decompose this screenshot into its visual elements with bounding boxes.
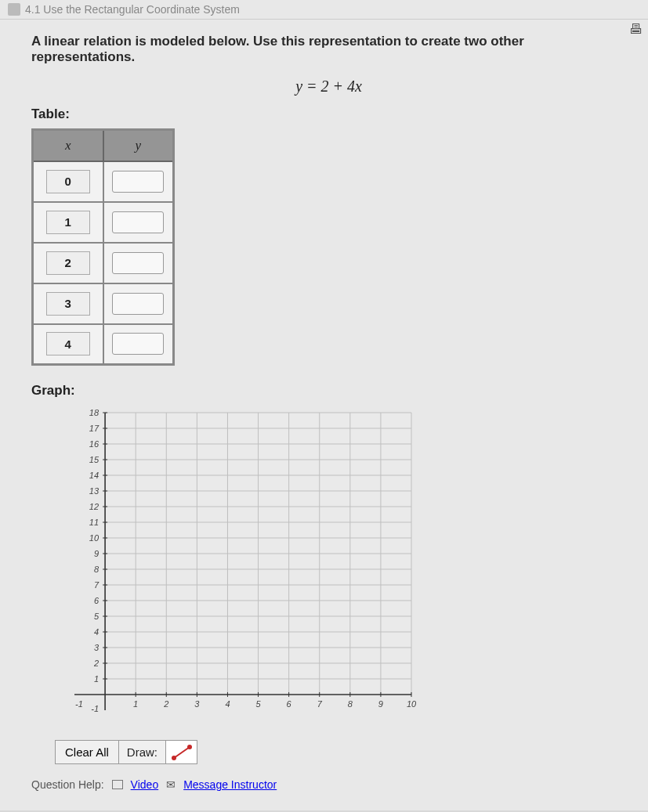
svg-text:4: 4 — [225, 699, 230, 709]
svg-text:-1: -1 — [75, 699, 83, 709]
video-icon — [112, 780, 123, 789]
line-tool-icon — [171, 744, 193, 761]
table-label: Table: — [31, 106, 626, 122]
svg-text:-1: -1 — [91, 704, 99, 713]
svg-text:4: 4 — [94, 627, 99, 637]
x-value-0: 0 — [46, 170, 90, 193]
svg-text:2: 2 — [163, 699, 168, 709]
svg-text:13: 13 — [89, 486, 100, 496]
svg-point-91 — [187, 745, 192, 749]
svg-text:1: 1 — [133, 699, 138, 709]
table-row: 2 — [33, 243, 174, 283]
svg-text:10: 10 — [407, 699, 417, 709]
instruction-text: A linear relation is modeled below. Use … — [31, 34, 626, 65]
table-row: 4 — [33, 324, 174, 365]
table-row: 0 — [33, 161, 174, 202]
svg-text:5: 5 — [94, 612, 100, 621]
svg-text:7: 7 — [94, 580, 100, 590]
x-header: x — [33, 130, 103, 161]
svg-text:9: 9 — [378, 699, 383, 709]
breadcrumb: 4.1 Use the Rectangular Coordinate Syste… — [0, 0, 648, 20]
svg-text:18: 18 — [89, 408, 100, 417]
svg-text:6: 6 — [287, 699, 292, 709]
svg-text:1: 1 — [94, 674, 99, 684]
table-row: 1 — [33, 202, 174, 243]
x-value-3: 3 — [46, 292, 90, 316]
message-instructor-link[interactable]: Message Instructor — [183, 778, 277, 791]
envelope-icon: ✉ — [166, 778, 176, 791]
coordinate-grid[interactable]: 12345678910123456789101112131415161718-1… — [31, 405, 423, 734]
question-help-label: Question Help: — [31, 778, 104, 791]
graph-toolbar: Clear All Draw: — [55, 740, 626, 764]
y-input-4[interactable] — [112, 333, 164, 355]
draw-label: Draw: — [119, 740, 166, 764]
svg-text:11: 11 — [89, 518, 99, 527]
table-row: 3 — [33, 283, 174, 324]
print-icon[interactable]: 🖶 — [629, 21, 643, 38]
x-value-4: 4 — [46, 332, 90, 355]
graph-area[interactable]: 12345678910123456789101112131415161718-1… — [31, 405, 626, 734]
graph-label: Graph: — [31, 383, 626, 399]
svg-text:6: 6 — [94, 596, 100, 605]
clear-all-button[interactable]: Clear All — [55, 740, 119, 764]
question-content: 🖶 A linear relation is modeled below. Us… — [0, 20, 648, 810]
svg-text:8: 8 — [348, 699, 353, 709]
question-help-row: Question Help: Video ✉ Message Instructo… — [31, 778, 626, 791]
svg-text:7: 7 — [317, 699, 323, 709]
svg-text:5: 5 — [255, 699, 261, 709]
svg-text:9: 9 — [94, 549, 99, 558]
video-link[interactable]: Video — [131, 778, 159, 791]
y-input-1[interactable] — [112, 211, 164, 233]
y-input-2[interactable] — [112, 252, 164, 274]
xy-table: x y 0 1 2 3 4 — [31, 128, 175, 366]
svg-text:3: 3 — [94, 643, 100, 652]
breadcrumb-text: 4.1 Use the Rectangular Coordinate Syste… — [25, 3, 240, 16]
x-value-2: 2 — [46, 251, 90, 275]
svg-text:2: 2 — [93, 659, 99, 668]
svg-text:12: 12 — [89, 502, 99, 511]
svg-text:10: 10 — [89, 533, 100, 543]
svg-text:16: 16 — [89, 439, 100, 449]
svg-text:17: 17 — [89, 424, 100, 433]
svg-point-90 — [172, 756, 176, 760]
svg-text:14: 14 — [89, 471, 99, 480]
svg-text:8: 8 — [94, 565, 100, 574]
equation-display: y = 2 + 4x — [31, 78, 626, 96]
y-input-3[interactable] — [112, 293, 164, 315]
y-input-0[interactable] — [112, 171, 164, 193]
y-header: y — [103, 130, 174, 161]
svg-text:3: 3 — [194, 699, 200, 709]
book-icon — [8, 3, 20, 16]
svg-text:15: 15 — [89, 455, 100, 464]
x-value-1: 1 — [46, 211, 90, 234]
line-tool-button[interactable] — [166, 740, 197, 764]
svg-line-89 — [174, 747, 190, 758]
